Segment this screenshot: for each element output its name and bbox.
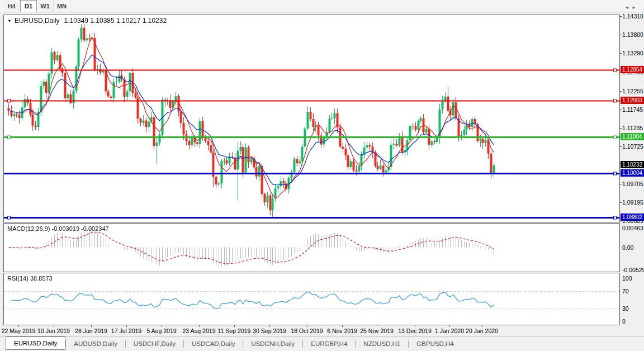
macd-values: -0.003019 -0.002347 (51, 225, 108, 232)
macd-name: MACD(12,26,9) (7, 225, 50, 232)
price-tick-mark (620, 110, 622, 110)
symbol-tab-nzdusd[interactable]: NZDUSD,H1 (356, 338, 408, 350)
price-tick-mark (620, 202, 622, 203)
price-chart-panel: ▼EURUSD,Daily1.10349 1.10385 1.10217 1.1… (3, 15, 620, 222)
symbol-tab-eurusd[interactable]: EURUSD,Daily (6, 336, 65, 350)
price-tick-label: 1.11745 (622, 106, 643, 113)
price-level-badge: 1.11004 (621, 133, 644, 140)
price-tick-label: 1.09195 (622, 199, 643, 206)
timeframe-button-w1[interactable]: W1 (37, 0, 54, 12)
rsi-name: RSI(14) (7, 275, 29, 282)
date-tick-mark (449, 325, 450, 327)
price-tick-mark (620, 16, 622, 17)
chart-dropdown-icon[interactable]: ▼ (7, 18, 12, 23)
timeframe-button-mn[interactable]: MN (54, 0, 70, 12)
chart-symbol-label: EURUSD,Daily (15, 17, 60, 25)
tab-scroll-right-icon[interactable]: ▸ (632, 4, 640, 10)
chart-title: ▼EURUSD,Daily1.10349 1.10385 1.10217 1.1… (7, 17, 167, 25)
price-tick-mark (620, 184, 622, 184)
rsi-label: RSI(14) 38.8573 (7, 275, 53, 282)
date-axis-label: 6 Nov 2019 (327, 328, 357, 334)
macd-panel: MACD(12,26,9) -0.003019 -0.002347 (3, 223, 620, 272)
macd-axis-label: -0.005299 (622, 267, 644, 273)
rsi-axis-label: 100 (622, 275, 632, 282)
rsi-axis-label: 70 (622, 288, 629, 295)
price-level-badge: 1.12854 (621, 66, 644, 73)
date-tick-mark (269, 325, 270, 327)
tab-scroll-arrows[interactable]: ◂▸ (626, 4, 640, 10)
date-axis-label: 20 Jan 2020 (466, 328, 498, 334)
price-tick-label: 1.09705 (622, 181, 643, 187)
date-tick-mark (307, 325, 307, 327)
date-tick-mark (199, 325, 200, 327)
price-tick-mark (620, 146, 622, 147)
symbol-tab-audusd[interactable]: AUDUSD,Daily (66, 338, 125, 350)
date-axis-label: 1 Jan 2020 (435, 328, 464, 334)
macd-label: MACD(12,26,9) -0.003019 -0.002347 (7, 225, 109, 232)
rsi-axis-label: 30 (622, 305, 629, 312)
date-tick-mark (18, 325, 19, 327)
date-tick-mark (162, 325, 162, 327)
date-axis-label: 25 Nov 2019 (360, 328, 394, 334)
price-tick-label: 1.11235 (622, 125, 643, 131)
symbol-tab-bar: EURUSD,DailyAUDUSD,DailyUSDCHF,DailyUSDC… (0, 336, 644, 351)
date-axis-label: 23 Aug 2019 (183, 328, 216, 334)
date-tick-mark (54, 325, 54, 327)
date-axis-label: 17 Jul 2019 (111, 328, 141, 334)
date-tick-mark (482, 325, 482, 327)
symbol-tab-eurgbp[interactable]: EURGBP,H4 (303, 338, 355, 350)
tab-scroll-left-icon[interactable]: ◂ (626, 4, 633, 10)
date-tick-mark (126, 325, 127, 327)
date-tick-mark (91, 325, 92, 327)
price-level-badge: 1.10004 (621, 169, 644, 177)
date-tick-mark (342, 325, 343, 327)
price-tick-mark (620, 91, 622, 92)
price-chart-canvas[interactable] (4, 15, 619, 222)
timeframe-button-d1[interactable]: D1 (20, 0, 37, 12)
symbol-tab-usdchf[interactable]: USDCHF,Daily (126, 338, 183, 350)
price-level-badge: 1.08802 (621, 214, 644, 221)
symbol-tab-usdcnh[interactable]: USDCNH,Daily (243, 338, 302, 350)
price-level-badge: 1.12003 (621, 97, 644, 104)
date-axis-label: 30 Sep 2019 (253, 328, 286, 334)
price-tick-mark (620, 128, 622, 129)
date-axis-label: 18 Oct 2019 (291, 328, 323, 334)
rsi-canvas[interactable] (4, 273, 619, 325)
price-tick-label: 1.13290 (622, 50, 643, 56)
date-axis: 22 May 201910 Jun 201928 Jun 201917 Jul … (3, 325, 644, 335)
date-axis-label: 11 Sep 2019 (218, 328, 251, 334)
date-axis-label: 13 Dec 2019 (398, 328, 432, 334)
timeframe-toolbar: H4D1W1MN (0, 0, 644, 12)
price-level-badge: 1.10232 (621, 161, 644, 168)
symbol-tab-usdcad[interactable]: USDCAD,Daily (184, 338, 243, 350)
price-tick-label: 1.12255 (622, 88, 643, 94)
symbol-tab-gbpusd[interactable]: GBPUSD,H4 (409, 338, 461, 350)
date-axis-label: 22 May 2019 (2, 328, 36, 334)
price-tick-mark (620, 53, 622, 54)
rsi-axis-label: 0 (622, 318, 626, 325)
mt4-chart-window: H4D1W1MN ▼EURUSD,Daily1.10349 1.10385 1.… (0, 0, 644, 351)
price-tick-label: 1.10725 (622, 143, 643, 150)
date-axis-label: 10 Jun 2019 (37, 328, 70, 334)
price-tick-label: 1.13800 (622, 31, 643, 38)
date-tick-mark (234, 325, 235, 327)
price-tick-label: 1.14310 (622, 13, 643, 20)
rsi-panel: RSI(14) 38.8573 (3, 273, 620, 325)
timeframe-button-h4[interactable]: H4 (3, 0, 20, 12)
chart-ohlc-values: 1.10349 1.10385 1.10217 1.10232 (64, 17, 167, 25)
macd-axis-label: 0.00 (622, 244, 633, 251)
macd-axis-label: 0.00463 (622, 225, 643, 231)
date-axis-label: 28 Jun 2019 (75, 328, 107, 334)
rsi-value: 38.8573 (30, 275, 53, 282)
price-axis: 1.143101.138001.132901.127801.122551.117… (620, 15, 644, 325)
price-tick-mark (620, 35, 622, 35)
price-tick-mark (620, 221, 622, 221)
date-tick-mark (415, 325, 415, 327)
date-axis-label: 5 Aug 2019 (146, 328, 176, 334)
date-tick-mark (377, 325, 377, 327)
